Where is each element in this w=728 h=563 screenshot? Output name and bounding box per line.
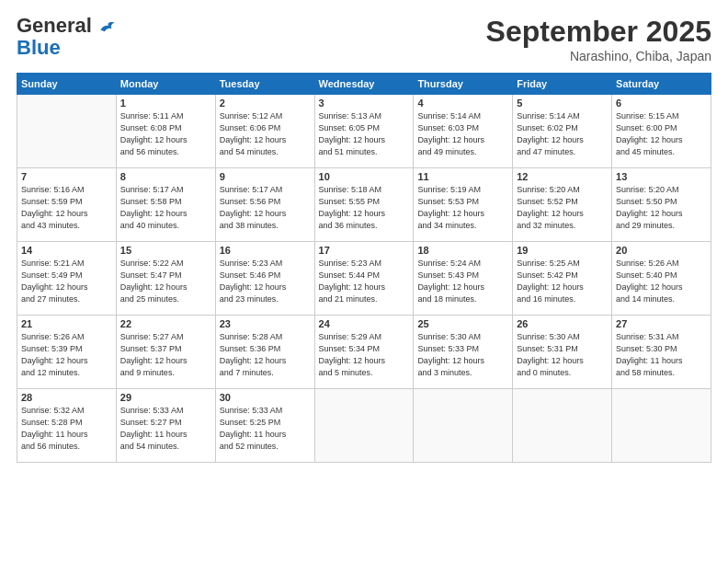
day-cell: 26Sunrise: 5:30 AM Sunset: 5:31 PM Dayli…: [513, 316, 612, 389]
day-info: Sunrise: 5:14 AM Sunset: 6:02 PM Dayligh…: [517, 110, 608, 158]
day-number: 29: [120, 392, 211, 403]
page: General Blue September 2025 Narashino, C…: [0, 0, 728, 563]
day-number: 7: [21, 171, 112, 182]
weekday-friday: Friday: [513, 74, 612, 95]
day-cell: [17, 95, 117, 168]
day-info: Sunrise: 5:17 AM Sunset: 5:56 PM Dayligh…: [220, 184, 311, 232]
weekday-monday: Monday: [116, 74, 215, 95]
day-info: Sunrise: 5:19 AM Sunset: 5:53 PM Dayligh…: [417, 184, 508, 232]
day-info: Sunrise: 5:22 AM Sunset: 5:47 PM Dayligh…: [120, 258, 211, 305]
day-number: 17: [319, 245, 410, 256]
day-number: 21: [21, 318, 112, 329]
day-number: 9: [220, 171, 311, 182]
day-info: Sunrise: 5:24 AM Sunset: 5:43 PM Dayligh…: [417, 258, 508, 305]
day-info: Sunrise: 5:30 AM Sunset: 5:31 PM Dayligh…: [517, 331, 608, 379]
day-info: Sunrise: 5:25 AM Sunset: 5:42 PM Dayligh…: [517, 258, 608, 305]
day-info: Sunrise: 5:26 AM Sunset: 5:39 PM Dayligh…: [21, 331, 112, 379]
calendar: SundayMondayTuesdayWednesdayThursdayFrid…: [17, 73, 711, 463]
day-number: 1: [120, 98, 211, 109]
day-info: Sunrise: 5:23 AM Sunset: 5:46 PM Dayligh…: [220, 258, 311, 305]
day-number: 25: [417, 318, 508, 329]
day-number: 5: [517, 98, 608, 109]
day-cell: [314, 389, 414, 463]
day-cell: 3Sunrise: 5:13 AM Sunset: 6:05 PM Daylig…: [314, 95, 414, 168]
day-number: 16: [220, 245, 311, 256]
day-cell: 29Sunrise: 5:33 AM Sunset: 5:27 PM Dayli…: [116, 389, 215, 463]
day-info: Sunrise: 5:28 AM Sunset: 5:36 PM Dayligh…: [220, 331, 311, 379]
day-info: Sunrise: 5:26 AM Sunset: 5:40 PM Dayligh…: [616, 258, 707, 305]
title-block: September 2025 Narashino, Chiba, Japan: [486, 15, 711, 63]
day-cell: 17Sunrise: 5:23 AM Sunset: 5:44 PM Dayli…: [314, 242, 414, 316]
day-info: Sunrise: 5:12 AM Sunset: 6:06 PM Dayligh…: [220, 110, 311, 158]
day-number: 23: [220, 318, 311, 329]
week-row-4: 21Sunrise: 5:26 AM Sunset: 5:39 PM Dayli…: [17, 316, 711, 389]
day-info: Sunrise: 5:23 AM Sunset: 5:44 PM Dayligh…: [319, 258, 410, 305]
day-info: Sunrise: 5:33 AM Sunset: 5:25 PM Dayligh…: [220, 405, 311, 453]
day-number: 6: [616, 98, 707, 109]
day-info: Sunrise: 5:20 AM Sunset: 5:50 PM Dayligh…: [616, 184, 707, 232]
day-info: Sunrise: 5:30 AM Sunset: 5:33 PM Dayligh…: [417, 331, 508, 379]
day-cell: 2Sunrise: 5:12 AM Sunset: 6:06 PM Daylig…: [215, 95, 314, 168]
day-cell: 28Sunrise: 5:32 AM Sunset: 5:28 PM Dayli…: [17, 389, 117, 463]
day-cell: 21Sunrise: 5:26 AM Sunset: 5:39 PM Dayli…: [17, 316, 117, 389]
day-number: 30: [220, 392, 311, 403]
day-info: Sunrise: 5:16 AM Sunset: 5:59 PM Dayligh…: [21, 184, 112, 232]
day-cell: 5Sunrise: 5:14 AM Sunset: 6:02 PM Daylig…: [513, 95, 612, 168]
day-number: 8: [120, 171, 211, 182]
day-cell: 8Sunrise: 5:17 AM Sunset: 5:58 PM Daylig…: [116, 168, 215, 242]
day-number: 4: [417, 98, 508, 109]
day-number: 27: [616, 318, 707, 329]
day-cell: 18Sunrise: 5:24 AM Sunset: 5:43 PM Dayli…: [414, 242, 513, 316]
day-info: Sunrise: 5:13 AM Sunset: 6:05 PM Dayligh…: [319, 110, 410, 158]
day-number: 15: [120, 245, 211, 256]
day-number: 12: [517, 171, 608, 182]
logo-general-text: General: [17, 14, 92, 37]
weekday-tuesday: Tuesday: [215, 74, 314, 95]
week-row-5: 28Sunrise: 5:32 AM Sunset: 5:28 PM Dayli…: [17, 389, 711, 463]
day-number: 20: [616, 245, 707, 256]
weekday-sunday: Sunday: [17, 74, 117, 95]
month-title: September 2025: [486, 15, 711, 49]
day-cell: 16Sunrise: 5:23 AM Sunset: 5:46 PM Dayli…: [215, 242, 314, 316]
day-number: 26: [517, 318, 608, 329]
day-info: Sunrise: 5:11 AM Sunset: 6:08 PM Dayligh…: [120, 110, 211, 158]
day-cell: [414, 389, 513, 463]
weekday-thursday: Thursday: [414, 74, 513, 95]
day-info: Sunrise: 5:29 AM Sunset: 5:34 PM Dayligh…: [319, 331, 410, 379]
logo-blue-text: Blue: [17, 37, 61, 59]
day-info: Sunrise: 5:14 AM Sunset: 6:03 PM Dayligh…: [417, 110, 508, 158]
day-number: 28: [21, 392, 112, 403]
day-cell: [612, 389, 711, 463]
day-info: Sunrise: 5:27 AM Sunset: 5:37 PM Dayligh…: [120, 331, 211, 379]
day-cell: 27Sunrise: 5:31 AM Sunset: 5:30 PM Dayli…: [612, 316, 711, 389]
day-cell: 19Sunrise: 5:25 AM Sunset: 5:42 PM Dayli…: [513, 242, 612, 316]
day-cell: 12Sunrise: 5:20 AM Sunset: 5:52 PM Dayli…: [513, 168, 612, 242]
day-cell: 30Sunrise: 5:33 AM Sunset: 5:25 PM Dayli…: [215, 389, 314, 463]
weekday-wednesday: Wednesday: [314, 74, 414, 95]
logo-general: General: [17, 15, 116, 37]
day-cell: 4Sunrise: 5:14 AM Sunset: 6:03 PM Daylig…: [414, 95, 513, 168]
weekday-header-row: SundayMondayTuesdayWednesdayThursdayFrid…: [17, 74, 711, 95]
day-info: Sunrise: 5:32 AM Sunset: 5:28 PM Dayligh…: [21, 405, 112, 453]
day-cell: 14Sunrise: 5:21 AM Sunset: 5:49 PM Dayli…: [17, 242, 117, 316]
day-cell: 25Sunrise: 5:30 AM Sunset: 5:33 PM Dayli…: [414, 316, 513, 389]
day-info: Sunrise: 5:21 AM Sunset: 5:49 PM Dayligh…: [21, 258, 112, 305]
week-row-1: 1Sunrise: 5:11 AM Sunset: 6:08 PM Daylig…: [17, 95, 711, 168]
day-number: 14: [21, 245, 112, 256]
day-cell: 10Sunrise: 5:18 AM Sunset: 5:55 PM Dayli…: [314, 168, 414, 242]
logo: General Blue: [17, 15, 116, 59]
day-cell: 11Sunrise: 5:19 AM Sunset: 5:53 PM Dayli…: [414, 168, 513, 242]
week-row-2: 7Sunrise: 5:16 AM Sunset: 5:59 PM Daylig…: [17, 168, 711, 242]
weekday-saturday: Saturday: [612, 74, 711, 95]
day-info: Sunrise: 5:31 AM Sunset: 5:30 PM Dayligh…: [616, 331, 707, 379]
day-cell: 6Sunrise: 5:15 AM Sunset: 6:00 PM Daylig…: [612, 95, 711, 168]
day-number: 24: [319, 318, 410, 329]
day-number: 11: [417, 171, 508, 182]
day-number: 19: [517, 245, 608, 256]
day-cell: 13Sunrise: 5:20 AM Sunset: 5:50 PM Dayli…: [612, 168, 711, 242]
day-info: Sunrise: 5:18 AM Sunset: 5:55 PM Dayligh…: [319, 184, 410, 232]
day-cell: 24Sunrise: 5:29 AM Sunset: 5:34 PM Dayli…: [314, 316, 414, 389]
day-number: 2: [220, 98, 311, 109]
day-cell: 20Sunrise: 5:26 AM Sunset: 5:40 PM Dayli…: [612, 242, 711, 316]
day-number: 3: [319, 98, 410, 109]
